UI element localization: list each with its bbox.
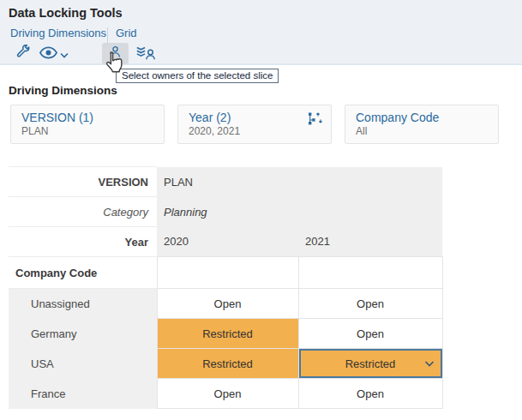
card-subtitle: PLAN	[21, 125, 164, 137]
card-subtitle: All	[356, 125, 498, 137]
settings-wrench-button[interactable]	[12, 45, 34, 63]
lock-cell-unassigned-2020[interactable]: Open	[157, 289, 298, 319]
dimension-card-version[interactable]: VERSION (1) PLAN	[10, 105, 165, 144]
cell-value: Restricted	[345, 357, 396, 370]
data-locking-grid: VERSION PLAN Category Planning Year 2020…	[9, 166, 443, 409]
year-column-2021: 2021	[298, 227, 442, 257]
wrench-icon	[15, 45, 31, 63]
card-title: VERSION (1)	[21, 111, 164, 124]
page-title: Data Locking Tools	[9, 6, 123, 20]
owners-list-icon	[135, 45, 156, 64]
tab-grid[interactable]: Grid	[116, 27, 137, 39]
member-label-usa: USA	[9, 349, 157, 379]
card-title: Company Code	[356, 111, 498, 124]
table-row: Year 2020 2021	[9, 227, 442, 257]
lock-cell-companycode-2020[interactable]	[157, 257, 298, 289]
row-header-version: VERSION	[9, 167, 157, 197]
show-hide-button[interactable]	[38, 45, 70, 63]
lock-cell-usa-2020[interactable]: Restricted	[157, 349, 298, 379]
tab-driving-dimensions[interactable]: Driving Dimensions	[10, 27, 106, 39]
group-label-company-code: Company Code	[9, 257, 157, 289]
data-locking-tools-panel: Data Locking Tools Driving Dimensions Gr…	[0, 0, 522, 420]
eye-icon	[39, 46, 57, 63]
dimension-card-company-code[interactable]: Company Code All	[345, 105, 499, 144]
card-subtitle: 2020, 2021	[189, 125, 331, 137]
header: Data Locking Tools Driving Dimensions Gr…	[0, 0, 522, 65]
version-value: PLAN	[157, 167, 442, 197]
chevron-down-icon	[60, 46, 69, 62]
tooltip: Select owners of the selected slice	[116, 69, 279, 83]
table-row: France Open Open	[9, 379, 442, 409]
lock-cell-germany-2020[interactable]: Restricted	[157, 319, 298, 349]
lock-cell-france-2021[interactable]: Open	[298, 379, 442, 409]
hand-cursor-icon	[104, 50, 124, 75]
table-row: Category Planning	[9, 197, 442, 227]
lock-cell-unassigned-2021[interactable]: Open	[298, 289, 442, 319]
category-value: Planning	[157, 197, 442, 227]
member-label-unassigned: Unassigned	[9, 289, 157, 319]
table-row: Unassigned Open Open	[9, 289, 442, 319]
table-row: VERSION PLAN	[9, 167, 442, 197]
lock-cell-france-2020[interactable]: Open	[157, 379, 298, 409]
member-label-france: France	[9, 379, 157, 409]
lock-cell-usa-2021-selected-dropdown[interactable]: Restricted	[298, 349, 442, 379]
owners-list-button[interactable]	[134, 45, 158, 63]
section-title: Driving Dimensions	[9, 84, 117, 97]
chevron-down-icon[interactable]	[424, 357, 435, 370]
dimension-card-year[interactable]: Year (2) 2020, 2021	[177, 105, 332, 144]
lock-cell-germany-2021[interactable]: Open	[298, 319, 442, 349]
table-row: Company Code	[9, 257, 442, 289]
year-column-2020: 2020	[157, 227, 298, 257]
table-row: USA Restricted Restricted	[9, 349, 442, 379]
row-header-year: Year	[9, 227, 157, 257]
table-row: Germany Restricted Open	[9, 319, 442, 349]
row-header-category: Category	[9, 197, 157, 227]
hierarchy-drill-icon[interactable]	[308, 111, 322, 126]
lock-cell-companycode-2021[interactable]	[298, 257, 442, 289]
member-label-germany: Germany	[9, 319, 157, 349]
